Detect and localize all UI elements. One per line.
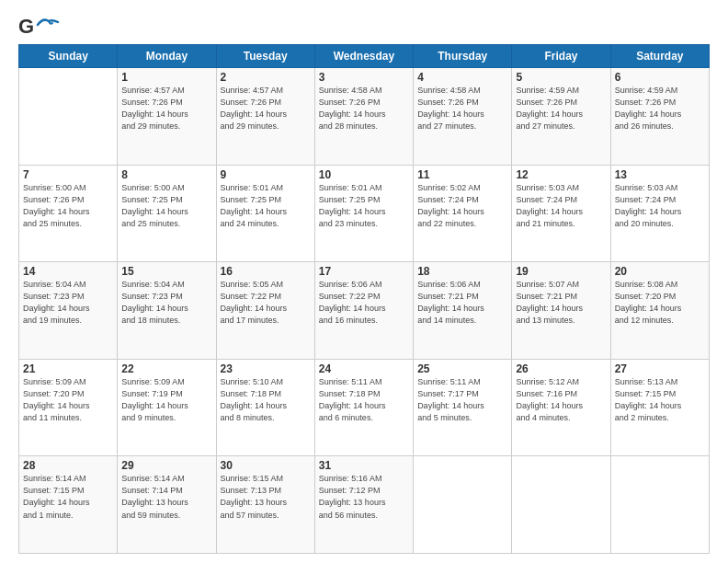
day-info: Sunrise: 5:09 AM Sunset: 7:19 PM Dayligh…: [121, 376, 211, 424]
calendar-cell: 30Sunrise: 5:15 AM Sunset: 7:13 PM Dayli…: [216, 456, 314, 554]
page: G SundayMondayTuesdayWednesdayThu: [0, 0, 728, 563]
calendar-cell: 22Sunrise: 5:09 AM Sunset: 7:19 PM Dayli…: [118, 359, 216, 456]
day-number: 8: [121, 168, 211, 181]
calendar-cell: 25Sunrise: 5:11 AM Sunset: 7:17 PM Dayli…: [414, 359, 512, 456]
calendar-cell: 21Sunrise: 5:09 AM Sunset: 7:20 PM Dayli…: [19, 359, 118, 456]
day-number: 1: [121, 71, 211, 84]
calendar-table: SundayMondayTuesdayWednesdayThursdayFrid…: [18, 44, 710, 554]
logo-block: G: [18, 15, 60, 37]
calendar-cell: 10Sunrise: 5:01 AM Sunset: 7:25 PM Dayli…: [314, 165, 413, 262]
day-number: 11: [417, 168, 507, 181]
calendar-cell: [512, 456, 610, 554]
calendar-cell: 16Sunrise: 5:05 AM Sunset: 7:22 PM Dayli…: [216, 262, 314, 360]
calendar-cell: 11Sunrise: 5:02 AM Sunset: 7:24 PM Dayli…: [414, 165, 512, 262]
day-info: Sunrise: 5:00 AM Sunset: 7:25 PM Dayligh…: [121, 182, 211, 230]
calendar-cell: 20Sunrise: 5:08 AM Sunset: 7:20 PM Dayli…: [610, 262, 709, 360]
day-info: Sunrise: 5:07 AM Sunset: 7:21 PM Dayligh…: [516, 279, 606, 327]
calendar-week-4: 21Sunrise: 5:09 AM Sunset: 7:20 PM Dayli…: [19, 359, 710, 456]
calendar-week-5: 28Sunrise: 5:14 AM Sunset: 7:15 PM Dayli…: [19, 456, 710, 554]
calendar-cell: 24Sunrise: 5:11 AM Sunset: 7:18 PM Dayli…: [314, 359, 413, 456]
day-info: Sunrise: 4:57 AM Sunset: 7:26 PM Dayligh…: [221, 85, 311, 132]
day-number: 7: [23, 168, 113, 181]
calendar-cell: 23Sunrise: 5:10 AM Sunset: 7:18 PM Dayli…: [216, 359, 314, 456]
calendar-cell: 14Sunrise: 5:04 AM Sunset: 7:23 PM Dayli…: [19, 262, 118, 360]
day-info: Sunrise: 5:06 AM Sunset: 7:22 PM Dayligh…: [319, 279, 409, 327]
calendar-cell: [610, 456, 709, 554]
day-number: 12: [516, 168, 606, 181]
day-number: 23: [221, 362, 311, 375]
calendar-cell: [414, 456, 512, 554]
day-info: Sunrise: 4:58 AM Sunset: 7:26 PM Dayligh…: [417, 85, 507, 132]
day-info: Sunrise: 4:59 AM Sunset: 7:26 PM Dayligh…: [516, 85, 606, 132]
day-number: 24: [319, 362, 409, 375]
day-info: Sunrise: 5:14 AM Sunset: 7:15 PM Dayligh…: [23, 473, 113, 521]
day-info: Sunrise: 5:10 AM Sunset: 7:18 PM Dayligh…: [221, 376, 311, 424]
day-number: 3: [319, 71, 409, 84]
logo: G: [18, 15, 60, 37]
calendar-cell: 31Sunrise: 5:16 AM Sunset: 7:12 PM Dayli…: [314, 456, 413, 554]
calendar-cell: 17Sunrise: 5:06 AM Sunset: 7:22 PM Dayli…: [314, 262, 413, 360]
calendar-cell: 5Sunrise: 4:59 AM Sunset: 7:26 PM Daylig…: [512, 68, 610, 166]
day-info: Sunrise: 5:13 AM Sunset: 7:15 PM Dayligh…: [615, 376, 705, 424]
calendar-cell: 26Sunrise: 5:12 AM Sunset: 7:16 PM Dayli…: [512, 359, 610, 456]
day-number: 15: [121, 265, 211, 278]
calendar-cell: 8Sunrise: 5:00 AM Sunset: 7:25 PM Daylig…: [118, 165, 216, 262]
day-info: Sunrise: 5:03 AM Sunset: 7:24 PM Dayligh…: [615, 182, 705, 230]
calendar-week-2: 7Sunrise: 5:00 AM Sunset: 7:26 PM Daylig…: [19, 165, 710, 262]
calendar-cell: 18Sunrise: 5:06 AM Sunset: 7:21 PM Dayli…: [414, 262, 512, 360]
day-info: Sunrise: 4:59 AM Sunset: 7:26 PM Dayligh…: [615, 85, 705, 132]
day-number: 19: [516, 265, 606, 278]
calendar-cell: 29Sunrise: 5:14 AM Sunset: 7:14 PM Dayli…: [118, 456, 216, 554]
day-number: 13: [615, 168, 705, 181]
day-info: Sunrise: 5:16 AM Sunset: 7:12 PM Dayligh…: [319, 473, 409, 521]
day-number: 9: [221, 168, 311, 181]
day-number: 4: [417, 71, 507, 84]
calendar-cell: 2Sunrise: 4:57 AM Sunset: 7:26 PM Daylig…: [216, 68, 314, 166]
logo-bird-icon: [36, 17, 60, 32]
day-header-saturday: Saturday: [610, 45, 709, 68]
calendar-cell: 27Sunrise: 5:13 AM Sunset: 7:15 PM Dayli…: [610, 359, 709, 456]
day-header-wednesday: Wednesday: [314, 45, 413, 68]
calendar-cell: 12Sunrise: 5:03 AM Sunset: 7:24 PM Dayli…: [512, 165, 610, 262]
day-info: Sunrise: 5:14 AM Sunset: 7:14 PM Dayligh…: [121, 473, 211, 521]
day-info: Sunrise: 5:08 AM Sunset: 7:20 PM Dayligh…: [615, 279, 705, 327]
day-info: Sunrise: 5:03 AM Sunset: 7:24 PM Dayligh…: [516, 182, 606, 230]
day-number: 26: [516, 362, 606, 375]
day-info: Sunrise: 5:15 AM Sunset: 7:13 PM Dayligh…: [221, 473, 311, 521]
calendar-cell: 19Sunrise: 5:07 AM Sunset: 7:21 PM Dayli…: [512, 262, 610, 360]
day-info: Sunrise: 5:06 AM Sunset: 7:21 PM Dayligh…: [417, 279, 507, 327]
header: G: [18, 15, 710, 37]
day-number: 2: [221, 71, 311, 84]
day-number: 21: [23, 362, 113, 375]
day-number: 29: [121, 459, 211, 472]
day-number: 28: [23, 459, 113, 472]
calendar-cell: 6Sunrise: 4:59 AM Sunset: 7:26 PM Daylig…: [610, 68, 709, 166]
day-info: Sunrise: 5:01 AM Sunset: 7:25 PM Dayligh…: [221, 182, 311, 230]
day-info: Sunrise: 5:09 AM Sunset: 7:20 PM Dayligh…: [23, 376, 113, 424]
day-info: Sunrise: 5:11 AM Sunset: 7:18 PM Dayligh…: [319, 376, 409, 424]
day-number: 14: [23, 265, 113, 278]
day-info: Sunrise: 4:58 AM Sunset: 7:26 PM Dayligh…: [319, 85, 409, 132]
day-info: Sunrise: 5:01 AM Sunset: 7:25 PM Dayligh…: [319, 182, 409, 230]
day-info: Sunrise: 5:04 AM Sunset: 7:23 PM Dayligh…: [121, 279, 211, 327]
day-number: 10: [319, 168, 409, 181]
day-number: 18: [417, 265, 507, 278]
day-header-sunday: Sunday: [19, 45, 118, 68]
calendar-cell: 28Sunrise: 5:14 AM Sunset: 7:15 PM Dayli…: [19, 456, 118, 554]
day-number: 20: [615, 265, 705, 278]
day-info: Sunrise: 5:12 AM Sunset: 7:16 PM Dayligh…: [516, 376, 606, 424]
day-info: Sunrise: 5:00 AM Sunset: 7:26 PM Dayligh…: [23, 182, 113, 230]
day-number: 30: [221, 459, 311, 472]
calendar-cell: 3Sunrise: 4:58 AM Sunset: 7:26 PM Daylig…: [314, 68, 413, 166]
calendar-cell: 7Sunrise: 5:00 AM Sunset: 7:26 PM Daylig…: [19, 165, 118, 262]
day-number: 22: [121, 362, 211, 375]
calendar-week-1: 1Sunrise: 4:57 AM Sunset: 7:26 PM Daylig…: [19, 68, 710, 166]
day-info: Sunrise: 4:57 AM Sunset: 7:26 PM Dayligh…: [121, 85, 211, 132]
calendar-cell: 13Sunrise: 5:03 AM Sunset: 7:24 PM Dayli…: [610, 165, 709, 262]
day-header-tuesday: Tuesday: [216, 45, 314, 68]
day-number: 16: [221, 265, 311, 278]
day-info: Sunrise: 5:11 AM Sunset: 7:17 PM Dayligh…: [417, 376, 507, 424]
day-header-monday: Monday: [118, 45, 216, 68]
logo-general-g: G: [18, 15, 34, 39]
day-info: Sunrise: 5:05 AM Sunset: 7:22 PM Dayligh…: [221, 279, 311, 327]
